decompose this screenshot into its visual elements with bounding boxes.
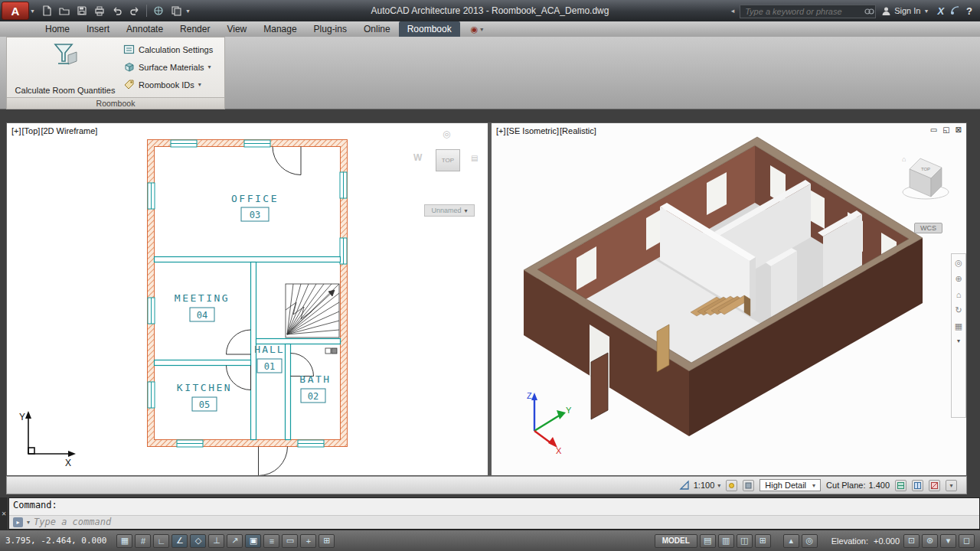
- search-input[interactable]: [740, 5, 876, 18]
- view-control[interactable]: [Top]: [22, 126, 41, 135]
- named-view-dropdown[interactable]: Unnamed ▾: [424, 204, 475, 217]
- visual-style-control[interactable]: [2D Wireframe]: [41, 126, 97, 135]
- tab-online[interactable]: Online: [355, 21, 399, 37]
- cut-plane-edit-button[interactable]: [912, 480, 923, 491]
- detail-level-dropdown[interactable]: High Detail ▾: [760, 479, 821, 491]
- quick-view-drawings-button[interactable]: ⊞: [755, 534, 771, 548]
- tab-insert[interactable]: Insert: [78, 21, 118, 37]
- autoscale-button[interactable]: ◎: [802, 534, 818, 548]
- sheet-set-button[interactable]: [168, 3, 185, 18]
- open-file-button[interactable]: [56, 3, 73, 18]
- viewport-toolbar-more-button[interactable]: ▾: [946, 480, 957, 491]
- calculate-room-quantities-button[interactable]: Calculate Room Quantities: [7, 37, 123, 97]
- model-space-button[interactable]: MODEL: [655, 534, 697, 548]
- viewport-restore-icon[interactable]: ◱: [942, 126, 949, 134]
- view-control[interactable]: [SE Isometric]: [507, 126, 559, 135]
- viewcube-top-button[interactable]: TOP: [436, 149, 460, 171]
- annotation-scale-control[interactable]: 1:100 ▾: [679, 480, 721, 491]
- save-button[interactable]: [74, 3, 90, 18]
- surface-materials-button[interactable]: Surface Materials ▾: [123, 61, 224, 73]
- infocenter-collapse-icon[interactable]: ◂: [731, 7, 735, 15]
- command-recent-caret-icon[interactable]: ▾: [27, 519, 30, 526]
- clean-screen-button[interactable]: ◻: [959, 534, 975, 548]
- plot-button[interactable]: [91, 3, 108, 18]
- otrack-toggle[interactable]: ⊥: [208, 534, 224, 548]
- viewport-3d-iso[interactable]: [+] [SE Isometric] [Realistic] ▭ ◱ ⊠: [491, 122, 967, 476]
- floor-plan-drawing[interactable]: OFFICE 03 MEETING 04 HALL 01 KITCHEN 05 …: [7, 123, 488, 475]
- dynamic-ucs-toggle[interactable]: ↗: [227, 534, 243, 548]
- new-file-button[interactable]: [38, 3, 55, 18]
- roombook-panel: Calculate Room Quantities Calculation Se…: [6, 37, 225, 109]
- showmotion-icon[interactable]: ▦: [955, 321, 962, 331]
- orbit-icon[interactable]: ↻: [955, 305, 962, 315]
- room-number-office: 03: [250, 210, 260, 220]
- viewcube-home-icon[interactable]: ⌂: [902, 155, 906, 163]
- workspace-button[interactable]: [150, 3, 167, 18]
- application-menu-caret-icon[interactable]: ▼: [30, 8, 35, 14]
- quick-view-layouts-button[interactable]: ◫: [737, 534, 753, 548]
- shadow-status-button[interactable]: [743, 480, 754, 491]
- tab-roombook[interactable]: Roombook: [399, 21, 460, 37]
- house-3d-model[interactable]: TOP ⌂ Z Y X: [492, 123, 966, 475]
- command-input-row[interactable]: ▸ ▾ Type a command: [9, 515, 979, 530]
- command-history-line[interactable]: Command:: [9, 498, 979, 515]
- pan-icon[interactable]: ⊕: [955, 274, 962, 284]
- layout1-button[interactable]: ▤: [700, 534, 716, 548]
- navbar-more-caret-icon[interactable]: ▾: [957, 337, 960, 344]
- panel-title[interactable]: Roombook: [7, 97, 224, 109]
- help-button[interactable]: ?: [966, 5, 972, 17]
- status-bar-menu-button[interactable]: ▾: [940, 534, 956, 548]
- visual-style-control[interactable]: [Realistic]: [560, 126, 596, 135]
- dynamic-input-toggle[interactable]: ▣: [245, 534, 261, 548]
- stairs: [286, 284, 339, 337]
- qat-customize-caret-icon[interactable]: ▼: [185, 8, 191, 14]
- redo-button[interactable]: [126, 3, 143, 18]
- steering-wheel-icon[interactable]: ◎: [443, 129, 450, 139]
- live-section-button[interactable]: [929, 480, 940, 491]
- polar-toggle[interactable]: ∠: [172, 534, 188, 548]
- ribbon-extra-icon[interactable]: ◉▾: [471, 21, 484, 37]
- cut-plane-value[interactable]: 1.400: [868, 481, 890, 490]
- tab-plugins[interactable]: Plug-ins: [305, 21, 355, 37]
- roombook-ids-button[interactable]: Roombook IDs ▾: [123, 79, 224, 90]
- tab-render[interactable]: Render: [172, 21, 218, 37]
- layout2-button[interactable]: ▥: [718, 534, 734, 548]
- grid-toggle[interactable]: #: [135, 534, 151, 548]
- workspace-switching-button[interactable]: ⊛: [922, 534, 938, 548]
- replace-z-toggle[interactable]: ⊡: [903, 534, 920, 548]
- coordinates-readout[interactable]: 3.795, -2.464, 0.000: [5, 536, 106, 546]
- lineweight-toggle[interactable]: ≡: [263, 534, 279, 548]
- viewcube[interactable]: TOP ⌂: [902, 155, 949, 199]
- search-binoculars-icon[interactable]: [864, 5, 874, 19]
- osnap-toggle[interactable]: ◇: [190, 534, 206, 548]
- viewport-2d-top[interactable]: [+] [Top] [2D Wireframe]: [6, 122, 488, 476]
- tab-view[interactable]: View: [218, 21, 255, 37]
- viewport-menu-control[interactable]: [+]: [11, 126, 21, 135]
- transparency-toggle[interactable]: ▭: [282, 534, 298, 548]
- fullnav-wheel-icon[interactable]: ◎: [955, 258, 962, 268]
- sun-status-button[interactable]: [726, 480, 737, 491]
- selection-cycling-toggle[interactable]: ⊞: [318, 534, 335, 548]
- zoom-icon[interactable]: ⌂: [956, 290, 962, 299]
- tab-manage[interactable]: Manage: [255, 21, 305, 37]
- viewport-minimize-icon[interactable]: ▭: [930, 126, 937, 134]
- workspace-icon: [152, 5, 165, 17]
- ortho-toggle[interactable]: ∟: [153, 534, 169, 548]
- elevation-value[interactable]: +0.000: [874, 536, 900, 546]
- undo-button[interactable]: [109, 3, 126, 18]
- sign-in-control[interactable]: Sign In ▼: [881, 6, 932, 16]
- navbar-handle-icon[interactable]: ▤: [471, 154, 478, 162]
- viewport-close-icon[interactable]: ⊠: [956, 126, 962, 134]
- tab-annotate[interactable]: Annotate: [118, 21, 172, 37]
- command-window-close-button[interactable]: ✕: [0, 497, 8, 530]
- annotation-visibility-button[interactable]: ▴: [783, 534, 799, 548]
- tab-home[interactable]: Home: [37, 21, 78, 37]
- snap-toggle[interactable]: ▦: [116, 534, 132, 548]
- application-menu-button[interactable]: A: [2, 2, 29, 20]
- cut-plane-toggle-button[interactable]: [895, 480, 906, 491]
- exchange-apps-icon[interactable]: X: [937, 5, 944, 17]
- communication-center-icon[interactable]: [949, 5, 961, 16]
- calculation-settings-button[interactable]: Calculation Settings: [123, 44, 224, 55]
- quick-properties-toggle[interactable]: +: [300, 534, 316, 548]
- viewport-menu-control[interactable]: [+]: [496, 126, 506, 135]
